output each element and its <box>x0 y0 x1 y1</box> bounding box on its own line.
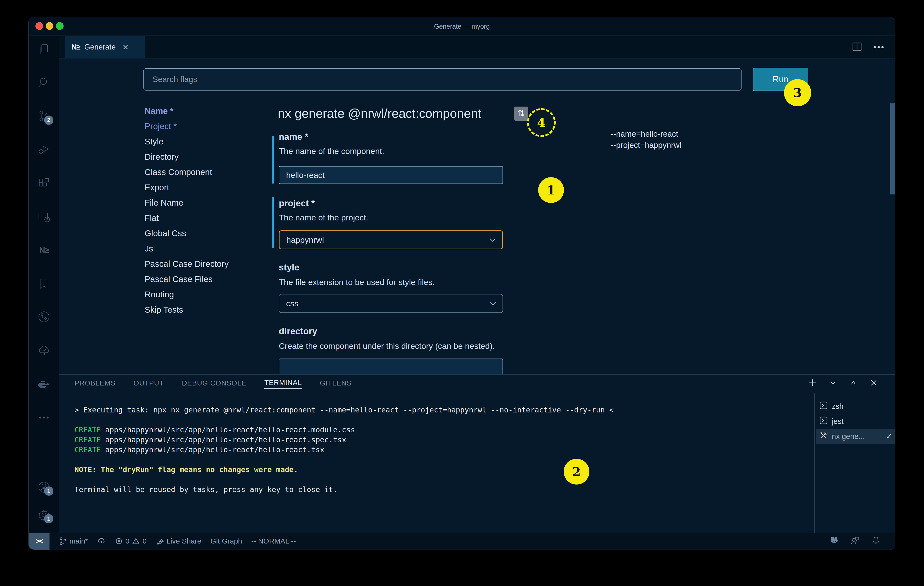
annotation-circle-3: 3 <box>784 79 811 106</box>
option-item[interactable]: Js <box>145 244 229 259</box>
terminal-line: NOTE: The "dryRun" flag means no changes… <box>74 465 614 475</box>
problems-item[interactable]: 0 0 <box>115 537 147 545</box>
nx-logo-icon: N≥ <box>71 43 80 51</box>
terminal-line <box>74 415 614 425</box>
panel-tab-debug-console[interactable]: DEBUG CONSOLE <box>182 379 246 389</box>
panel-tab-gitlens[interactable]: GITLENS <box>320 379 351 389</box>
window-title: Generate — myorg <box>29 17 895 36</box>
arg-name: --name=hello-react <box>611 128 681 139</box>
terminal-dropdown-icon[interactable] <box>828 378 838 389</box>
terminal-line <box>74 475 614 485</box>
chevron-down-icon <box>489 299 497 308</box>
editor-tab-bar: N≥ Generate ✕ ••• <box>59 36 895 58</box>
git-graph-icon[interactable] <box>37 310 51 323</box>
maximize-panel-icon[interactable] <box>848 378 858 389</box>
option-item[interactable]: Pascal Case Files <box>145 274 229 290</box>
source-control-icon[interactable]: 2 <box>37 110 51 123</box>
directory-input[interactable] <box>279 359 503 374</box>
octoface-icon[interactable] <box>830 536 839 547</box>
annotation-circle-4: 4 <box>527 108 556 137</box>
check-icon: ✓ <box>886 432 892 441</box>
more-views-icon[interactable] <box>37 411 51 424</box>
source-control-badge: 2 <box>44 116 53 125</box>
sync-item[interactable] <box>97 537 106 545</box>
option-item[interactable]: Routing <box>145 290 229 305</box>
vscode-window: Generate — myorg 2 N≥ 1 <box>28 17 895 550</box>
search-flags-input[interactable] <box>144 68 741 91</box>
title-bar: Generate — myorg <box>29 17 895 36</box>
docker-icon[interactable] <box>37 378 51 391</box>
bookmarks-icon[interactable] <box>37 277 51 290</box>
annotation-circle-1: 1 <box>538 177 564 203</box>
option-item[interactable]: File Name <box>145 198 229 213</box>
name-field-description: The name of the component. <box>279 146 384 156</box>
notifications-bell-icon[interactable] <box>871 536 881 547</box>
terminal-list: zshjestnx gene...✓ <box>816 399 895 444</box>
remote-explorer-icon[interactable] <box>37 211 51 224</box>
active-section-bar <box>272 136 274 184</box>
option-item[interactable]: Skip Tests <box>145 305 229 320</box>
tools-icon <box>819 431 828 442</box>
directory-field-description: Create the component under this director… <box>279 341 495 351</box>
terminal-list-item[interactable]: nx gene...✓ <box>816 429 895 444</box>
feedback-icon[interactable] <box>850 536 860 547</box>
panel-divider <box>814 393 815 533</box>
accounts-icon[interactable]: 1 <box>37 481 51 494</box>
test-explorer-icon[interactable] <box>37 344 51 357</box>
remote-indicator[interactable]: >< <box>29 533 50 550</box>
terminal-line: CREATE apps/happynrwl/src/app/hello-reac… <box>74 445 614 455</box>
style-select-value: css <box>286 299 299 308</box>
extensions-icon[interactable] <box>37 177 51 190</box>
terminal-list-label: zsh <box>832 402 843 411</box>
active-section-bar <box>272 197 274 248</box>
terminal-list-item[interactable]: jest <box>816 414 895 429</box>
option-item[interactable]: Flat <box>145 213 229 228</box>
panel-tabs: PROBLEMSOUTPUTDEBUG CONSOLETERMINALGITLE… <box>74 374 351 393</box>
option-item[interactable]: Global Css <box>145 228 229 244</box>
style-select[interactable]: css <box>279 294 503 313</box>
option-item[interactable]: Class Component <box>145 167 229 182</box>
editor-scrollbar[interactable] <box>890 103 895 194</box>
status-bar: >< main* 0 0 Live Share Git Graph -- NOR… <box>29 533 895 550</box>
panel-tab-output[interactable]: OUTPUT <box>134 379 164 389</box>
terminal-list-label: nx gene... <box>832 432 865 441</box>
panel-tab-problems[interactable]: PROBLEMS <box>74 379 116 389</box>
new-terminal-icon[interactable] <box>808 378 817 389</box>
tab-generate[interactable]: N≥ Generate ✕ <box>65 36 145 58</box>
option-item[interactable]: Pascal Case Directory <box>145 259 229 274</box>
directory-field-label: directory <box>279 326 317 336</box>
git-graph-item[interactable]: Git Graph <box>211 537 242 545</box>
style-field-description: The file extension to be used for style … <box>279 278 435 287</box>
run-debug-icon[interactable] <box>37 143 51 156</box>
branch-item[interactable]: main* <box>59 537 88 545</box>
vim-mode-indicator: -- NORMAL -- <box>251 537 296 545</box>
search-icon[interactable] <box>37 76 51 89</box>
panel-tab-terminal[interactable]: TERMINAL <box>264 379 302 389</box>
option-item[interactable]: Name * <box>145 106 229 121</box>
tab-close-icon[interactable]: ✕ <box>122 43 129 51</box>
close-panel-icon[interactable] <box>869 378 879 389</box>
explorer-icon[interactable] <box>37 43 51 56</box>
more-actions-icon[interactable]: ••• <box>873 43 885 52</box>
errors-icon <box>115 537 123 545</box>
option-item[interactable]: Style <box>145 137 229 152</box>
terminal-output: > Executing task: npx nx generate @nrwl/… <box>74 405 614 495</box>
option-item[interactable]: Export <box>145 182 229 198</box>
settings-badge: 1 <box>44 514 53 523</box>
nx-console-icon[interactable]: N≥ <box>37 244 51 257</box>
bottom-panel: PROBLEMSOUTPUTDEBUG CONSOLETERMINALGITLE… <box>59 374 895 533</box>
option-list: Name *Project *StyleDirectoryClass Compo… <box>145 106 229 320</box>
name-input[interactable] <box>279 166 503 184</box>
copy-command-icon[interactable]: ⇅ <box>514 107 528 121</box>
project-field-description: The name of the project. <box>279 213 368 222</box>
project-select[interactable]: happynrwl <box>279 230 503 249</box>
option-item[interactable]: Directory <box>145 152 229 167</box>
split-editor-icon[interactable] <box>852 41 862 53</box>
option-item[interactable]: Project * <box>145 121 229 137</box>
annotation-circle-2: 2 <box>564 459 589 485</box>
style-field-label: style <box>279 262 299 273</box>
terminal-list-item[interactable]: zsh <box>816 399 895 414</box>
settings-gear-icon[interactable]: 1 <box>37 508 51 521</box>
terminal-icon <box>819 401 828 412</box>
live-share-item[interactable]: Live Share <box>156 537 201 545</box>
